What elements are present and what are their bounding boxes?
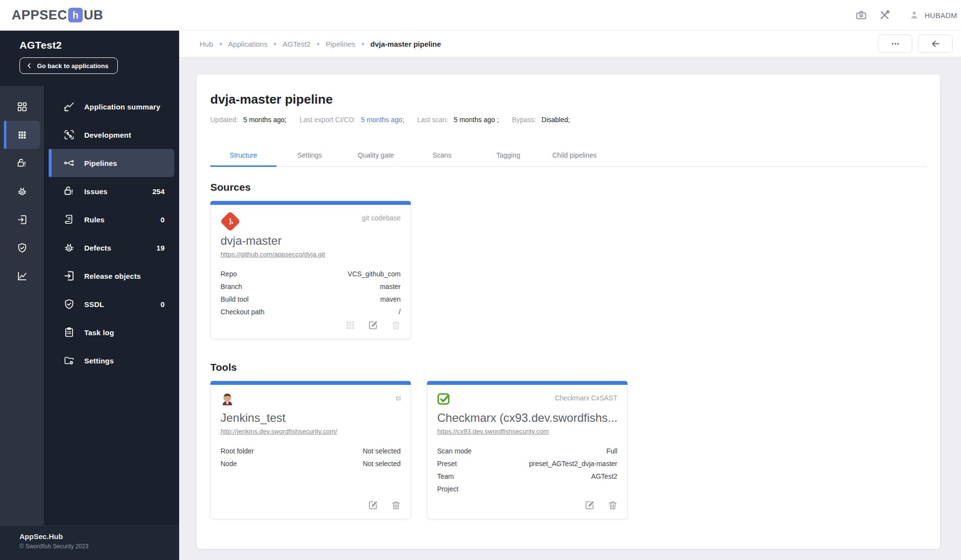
- tasklog-icon: [63, 326, 75, 338]
- dashboard-icon: [17, 101, 28, 112]
- tool-row-preset: Presetpreset_AGTest2_dvja-master: [437, 457, 617, 470]
- issues-count-badge: 254: [152, 187, 165, 196]
- rail-item-dashboard[interactable]: [4, 92, 40, 121]
- release-icon: [17, 214, 28, 225]
- footer-copyright: © Swordfish Security 2023: [19, 543, 179, 550]
- meta-bypass-label: Bypass:: [512, 116, 536, 124]
- briefcase-icon[interactable]: [855, 9, 868, 21]
- app-logo[interactable]: APPSEC h UB: [12, 8, 103, 23]
- pipelines-icon: [63, 157, 75, 169]
- pipeline-tabs: Structure Settings Quality gate Scans Ta…: [210, 144, 926, 167]
- user-menu[interactable]: HUBADM: [908, 9, 957, 21]
- tab-settings[interactable]: Settings: [277, 144, 343, 166]
- sidebar-item-application-summary[interactable]: Application summary: [49, 92, 174, 121]
- sidebar-menu: Application summary Development Pipeline…: [44, 86, 179, 525]
- breadcrumb-agtest2[interactable]: AGTest2: [282, 40, 311, 48]
- release-icon: [63, 270, 75, 282]
- breadcrumb-current: dvja-master pipeline: [370, 40, 441, 48]
- delete-icon[interactable]: [607, 500, 618, 511]
- tab-scans[interactable]: Scans: [409, 144, 475, 166]
- ellipsis-icon: [890, 38, 901, 49]
- logo-h-mark: h: [68, 8, 83, 22]
- logo-text-prefix: APPSEC: [12, 8, 67, 23]
- go-back-button[interactable]: Go back to applications: [19, 57, 118, 74]
- meta-export-value[interactable]: 5 months ago;: [361, 116, 405, 124]
- tools-heading: Tools: [210, 361, 926, 373]
- sidebar-item-task-log[interactable]: Task log: [49, 318, 174, 346]
- rail-item-defects[interactable]: [4, 177, 40, 205]
- edit-icon[interactable]: [368, 500, 379, 511]
- tool-row-team: TeamAGTest2: [437, 470, 617, 483]
- user-icon: [908, 9, 920, 21]
- page-title: dvja-master pipeline: [210, 92, 926, 107]
- rules-icon: [63, 214, 75, 225]
- tool-row-node: NodeNot selected: [221, 457, 401, 470]
- pipeline-meta: Updated: 5 months ago; Last export CI/CD…: [210, 116, 926, 124]
- breadcrumb-separator: [317, 43, 319, 45]
- tool-type-label: Checkmarx CxSAST: [555, 394, 617, 402]
- tool-title: Jenkins_test: [221, 411, 401, 425]
- back-button[interactable]: [918, 35, 953, 53]
- edit-icon[interactable]: [584, 500, 595, 511]
- user-name: HUBADM: [924, 11, 957, 19]
- tool-url-link[interactable]: https://cx93.dev.swordfishsecurity.com: [437, 428, 549, 435]
- delete-icon[interactable]: [390, 320, 402, 331]
- tab-child-pipelines[interactable]: Child pipelines: [541, 144, 608, 166]
- meta-export-label: Last export CI/CD:: [299, 116, 355, 124]
- rail-item-analytics[interactable]: [4, 262, 40, 290]
- grid-icon: [17, 129, 28, 141]
- chart-axis-icon: [17, 271, 28, 282]
- delete-icon[interactable]: [390, 500, 402, 511]
- source-type-label: git codebase: [362, 214, 401, 222]
- sidebar-item-defects[interactable]: Defects 19: [49, 234, 174, 262]
- sidebar-item-ssdl[interactable]: SSDL 0: [49, 290, 174, 318]
- breadcrumb-pipelines[interactable]: Pipelines: [326, 40, 355, 48]
- source-row-checkout-path: Checkout path/: [221, 306, 401, 318]
- tool-row-project: Project: [437, 483, 617, 495]
- card-accent-bar: [427, 381, 628, 385]
- more-button[interactable]: [878, 35, 912, 53]
- rail-item-structure[interactable]: [4, 121, 40, 149]
- lock-alert-icon: [63, 185, 75, 197]
- top-header: APPSEC h UB HUBADM: [0, 0, 961, 31]
- chart-line-icon: [63, 101, 75, 112]
- tools-icon[interactable]: [878, 9, 891, 21]
- card-accent-bar: [210, 381, 411, 385]
- icon-rail: [0, 86, 44, 525]
- source-url-link[interactable]: https://github.com/appsecco/dvja.git: [221, 251, 325, 258]
- edit-icon[interactable]: [368, 320, 379, 331]
- tool-url-link[interactable]: http://jenkins.dev.swordfishsecurity.com…: [221, 428, 337, 435]
- bug-icon: [63, 242, 75, 253]
- tab-quality-gate[interactable]: Quality gate: [343, 144, 409, 166]
- tab-structure[interactable]: Structure: [210, 144, 277, 166]
- tool-row-scan-mode: Scan modeFull: [437, 445, 617, 457]
- shield-check-icon: [63, 298, 75, 310]
- tool-row-root-folder: Root folderNot selected: [221, 445, 401, 457]
- card-accent-bar: [210, 201, 411, 205]
- sidebar-item-pipelines[interactable]: Pipelines: [49, 149, 174, 177]
- source-row-branch: Branchmaster: [221, 280, 401, 293]
- rail-item-ssdl[interactable]: [4, 234, 40, 262]
- sidebar-item-settings[interactable]: Settings: [49, 346, 174, 375]
- meta-bypass-value: Disabled;: [541, 116, 570, 124]
- breadcrumb: Hub Applications AGTest2 Pipelines dvja-…: [200, 40, 441, 48]
- tab-tagging[interactable]: Tagging: [475, 144, 541, 166]
- sidebar-item-development[interactable]: Development: [49, 121, 174, 149]
- rail-item-release[interactable]: [4, 205, 40, 234]
- jenkins-icon: [221, 392, 234, 406]
- git-icon: [220, 211, 240, 232]
- rail-item-issues[interactable]: [4, 149, 40, 177]
- sidebar-item-rules[interactable]: Rules 0: [49, 205, 174, 234]
- apps-grid-icon[interactable]: [345, 320, 356, 331]
- breadcrumb-applications[interactable]: Applications: [228, 40, 268, 48]
- breadcrumb-separator: [274, 43, 276, 45]
- development-icon: [63, 129, 75, 141]
- tool-card-checkmarx: Checkmarx CxSAST Checkmarx (cx93.dev.swo…: [427, 381, 628, 519]
- sidebar-item-issues[interactable]: Issues 254: [49, 177, 174, 205]
- sidebar-footer: AppSec.Hub © Swordfish Security 2023: [0, 525, 179, 560]
- meta-lastscan-label: Last scan:: [417, 116, 448, 124]
- breadcrumb-separator: [220, 43, 222, 45]
- tool-title: Checkmarx (cx93.dev.swordfishs...: [437, 411, 617, 425]
- sidebar-item-release-objects[interactable]: Release objects: [49, 262, 174, 290]
- breadcrumb-hub[interactable]: Hub: [200, 40, 213, 48]
